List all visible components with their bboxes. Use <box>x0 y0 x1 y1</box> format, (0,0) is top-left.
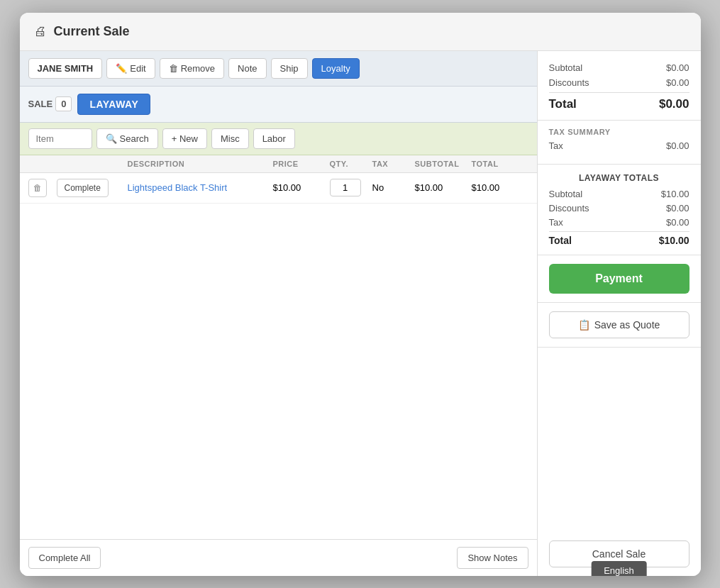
left-panel: JANE SMITH ✏️ Edit 🗑 Remove Note Ship Lo… <box>20 51 538 576</box>
remove-icon: 🗑 <box>169 63 178 74</box>
loyalty-button[interactable]: Loyalty <box>312 58 360 79</box>
discounts-row: Discounts $0.00 <box>549 77 689 88</box>
col-tax: TAX <box>372 160 415 168</box>
layaway-tab[interactable]: LAYAWAY <box>77 94 150 115</box>
summary-section: Subtotal $0.00 Discounts $0.00 Total $0.… <box>538 51 701 121</box>
items-table: DESCRIPTION PRICE QTY. TAX SUBTOTAL TOTA… <box>20 155 537 539</box>
labor-button[interactable]: Labor <box>253 128 295 149</box>
item-tax: No <box>372 182 415 193</box>
qty-input[interactable] <box>330 179 361 196</box>
complete-button[interactable]: Complete <box>57 179 109 197</box>
item-price: $10.00 <box>273 182 330 193</box>
new-button[interactable]: + New <box>162 128 207 149</box>
delete-row-button[interactable]: 🗑 <box>28 179 47 197</box>
layaway-total-row: Total $10.00 <box>549 231 689 246</box>
show-notes-button[interactable]: Show Notes <box>457 547 528 569</box>
tax-row: Tax $0.00 <box>549 140 689 151</box>
cancel-section: Cancel Sale English <box>538 532 701 576</box>
table-row: 🗑 Complete Lightspeed Black T-Shirt $10.… <box>20 173 537 204</box>
subtotal-label: Subtotal <box>549 62 583 73</box>
col-price: PRICE <box>273 160 330 168</box>
layaway-total-label: Total <box>549 235 572 246</box>
col-delete <box>28 160 57 168</box>
layaway-totals-section: LAYAWAY TOTALS Subtotal $10.00 Discounts… <box>538 165 701 255</box>
item-link[interactable]: Lightspeed Black T-Shirt <box>128 182 228 193</box>
layaway-discounts-row: Discounts $0.00 <box>549 203 689 213</box>
subtotal-value: $0.00 <box>666 62 689 73</box>
spacer <box>538 348 701 532</box>
discounts-label: Discounts <box>549 77 589 88</box>
layaway-tax-row: Tax $0.00 <box>549 217 689 228</box>
total-label: Total <box>549 97 577 111</box>
tab-area: SALE 0 LAYAWAY <box>20 87 537 123</box>
layaway-tax-value: $0.00 <box>666 217 689 228</box>
window-header: 🖨 Current Sale <box>20 13 701 51</box>
customer-name-button[interactable]: JANE SMITH <box>28 58 103 79</box>
sale-label: SALE <box>28 99 53 109</box>
total-row: Total $0.00 <box>549 92 689 111</box>
tax-summary-label: TAX SUMMARY <box>549 128 689 136</box>
complete-all-button[interactable]: Complete All <box>28 547 101 569</box>
col-description: DESCRIPTION <box>128 160 273 168</box>
customer-toolbar: JANE SMITH ✏️ Edit 🗑 Remove Note Ship Lo… <box>20 51 537 87</box>
save-quote-button[interactable]: 📋 Save as Quote <box>549 311 689 338</box>
item-bar: 🔍 Search + New Misc Labor <box>20 123 537 155</box>
language-tooltip: English <box>591 561 647 576</box>
table-header: DESCRIPTION PRICE QTY. TAX SUBTOTAL TOTA… <box>20 155 537 173</box>
window-title: Current Sale <box>54 24 130 39</box>
sale-tab[interactable]: SALE 0 <box>28 96 72 111</box>
col-subtotal: SUBTOTAL <box>415 160 472 168</box>
ship-button[interactable]: Ship <box>271 58 308 79</box>
col-qty: QTY. <box>330 160 372 168</box>
subtotal-row: Subtotal $0.00 <box>549 62 689 73</box>
total-value: $0.00 <box>659 97 689 111</box>
right-panel: Subtotal $0.00 Discounts $0.00 Total $0.… <box>538 51 701 576</box>
remove-button[interactable]: 🗑 Remove <box>160 58 224 79</box>
tax-label: Tax <box>549 140 563 151</box>
col-total: TOTAL <box>472 160 528 168</box>
misc-button[interactable]: Misc <box>211 128 249 149</box>
layaway-discounts-label: Discounts <box>549 203 589 213</box>
note-button[interactable]: Note <box>228 58 266 79</box>
layaway-subtotal-label: Subtotal <box>549 189 583 199</box>
layaway-subtotal-row: Subtotal $10.00 <box>549 189 689 199</box>
tax-value: $0.00 <box>666 140 689 151</box>
search-icon: 🔍 <box>106 133 117 144</box>
tax-section: TAX SUMMARY Tax $0.00 <box>538 121 701 165</box>
item-subtotal: $10.00 <box>415 182 472 193</box>
payment-button[interactable]: Payment <box>549 264 689 294</box>
discounts-value: $0.00 <box>666 77 689 88</box>
bottom-bar: Complete All Show Notes <box>20 539 537 576</box>
edit-button[interactable]: ✏️ Edit <box>106 58 155 79</box>
quote-section: 📋 Save as Quote <box>538 303 701 348</box>
layaway-total-value: $10.00 <box>659 235 689 246</box>
layaway-discounts-value: $0.00 <box>666 203 689 213</box>
payment-section: Payment <box>538 255 701 303</box>
search-button[interactable]: 🔍 Search <box>96 128 158 149</box>
edit-icon: ✏️ <box>116 63 127 74</box>
printer-icon: 🖨 <box>34 24 47 39</box>
layaway-subtotal-value: $10.00 <box>661 189 689 199</box>
col-action <box>57 160 128 168</box>
item-total: $10.00 <box>472 182 528 193</box>
layaway-totals-label: LAYAWAY TOTALS <box>549 173 689 183</box>
layaway-tax-label: Tax <box>549 217 563 228</box>
item-input[interactable] <box>28 128 92 149</box>
sale-count: 0 <box>55 96 72 111</box>
quote-icon: 📋 <box>578 319 590 331</box>
